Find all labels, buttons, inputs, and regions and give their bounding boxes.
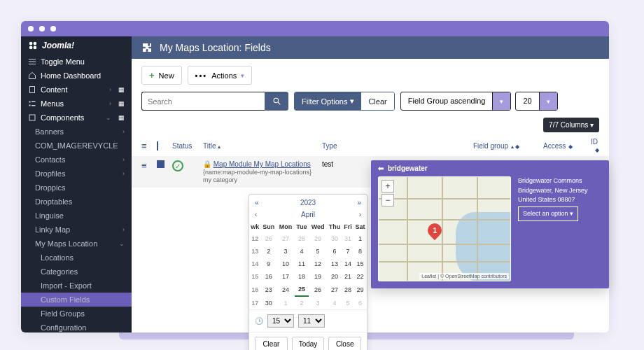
- pagesize-select[interactable]: 20 ▾: [515, 92, 557, 111]
- calendar-day[interactable]: 2: [295, 296, 309, 309]
- calendar-day[interactable]: 28: [342, 283, 354, 296]
- sidebar-item-import-export[interactable]: Import - Export: [21, 279, 132, 293]
- sidebar-item-components[interactable]: Components ⌄ ▦: [21, 111, 132, 125]
- filter-options-button[interactable]: Filter Options ▾: [295, 92, 361, 110]
- year-next[interactable]: »: [357, 199, 361, 206]
- cal-today-button[interactable]: Today: [292, 337, 325, 350]
- calendar-day[interactable]: 21: [342, 270, 354, 283]
- calendar-day[interactable]: 7: [342, 245, 354, 258]
- calendar-day[interactable]: 16: [260, 270, 276, 283]
- calendar-day[interactable]: 4: [295, 245, 309, 258]
- calendar-dow: Tue: [295, 221, 309, 232]
- calendar-day[interactable]: 3: [309, 296, 327, 309]
- actions-button[interactable]: ••• Actions ▾: [188, 66, 253, 85]
- search-input[interactable]: [141, 92, 265, 111]
- th-title[interactable]: Title▴: [203, 142, 315, 150]
- row-checkbox[interactable]: [157, 160, 165, 168]
- calendar-day[interactable]: 30: [260, 296, 276, 309]
- sidebar-item-home[interactable]: Home Dashboard: [21, 69, 132, 83]
- calendar-day[interactable]: 1: [276, 296, 294, 309]
- calendar-day[interactable]: 10: [276, 258, 294, 270]
- columns-button[interactable]: 7/7 Columns ▾: [543, 118, 599, 132]
- calendar-day[interactable]: 24: [276, 283, 294, 296]
- calendar-day[interactable]: 13: [327, 258, 342, 270]
- calendar-day[interactable]: 3: [276, 245, 294, 258]
- month-next[interactable]: ›: [359, 211, 361, 218]
- sidebar-item-dropfiles[interactable]: Dropfiles›: [21, 167, 132, 181]
- calendar-day[interactable]: 8: [354, 245, 367, 258]
- search-button[interactable]: [265, 92, 288, 111]
- sidebar-item-locations[interactable]: Locations: [21, 251, 132, 265]
- month-prev[interactable]: ‹: [255, 211, 257, 218]
- sidebar-item-contacts[interactable]: Contacts›: [21, 153, 132, 167]
- minute-select[interactable]: 11: [298, 314, 325, 328]
- th-status[interactable]: Status: [172, 142, 196, 150]
- calendar-day[interactable]: 20: [327, 270, 342, 283]
- sidebar-item-field-groups[interactable]: Field Groups: [21, 307, 132, 321]
- checkbox-header[interactable]: [157, 142, 165, 150]
- sidebar-item-droptables[interactable]: Droptables: [21, 195, 132, 209]
- calendar-day[interactable]: 12: [309, 258, 327, 270]
- th-access[interactable]: Access ◆: [543, 142, 578, 150]
- calendar-day[interactable]: 27: [327, 283, 342, 296]
- zoom-in-button[interactable]: +: [382, 180, 394, 192]
- svg-rect-11: [31, 105, 36, 106]
- calendar-day[interactable]: 9: [260, 258, 276, 270]
- row-handle[interactable]: ≡: [141, 160, 150, 171]
- calendar-day[interactable]: 31: [342, 232, 354, 245]
- calendar-day[interactable]: 1: [354, 232, 367, 245]
- sidebar-item-linkymap[interactable]: Linky Map›: [21, 223, 132, 237]
- sidebar-item-banners[interactable]: Banners›: [21, 125, 132, 139]
- back-arrow-icon[interactable]: ⬅: [378, 164, 384, 172]
- year-prev[interactable]: «: [255, 199, 259, 206]
- calendar-day[interactable]: 27: [276, 232, 294, 245]
- th-field-group[interactable]: Field group ▴◆: [473, 142, 536, 150]
- calendar-day[interactable]: 11: [295, 258, 309, 270]
- calendar-day[interactable]: 30: [327, 232, 342, 245]
- sidebar-item-linguise[interactable]: Linguise: [21, 209, 132, 223]
- calendar-day[interactable]: 14: [342, 258, 354, 270]
- th-id[interactable]: ID ◆: [585, 138, 599, 153]
- th-type[interactable]: Type: [322, 142, 378, 150]
- map-canvas[interactable]: + − 1 Leaflet | © OpenStreetMap contribu…: [378, 176, 511, 281]
- select-option-button[interactable]: Select an option ▾: [518, 206, 578, 222]
- calendar-day[interactable]: 22: [354, 270, 367, 283]
- calendar-day[interactable]: 5: [309, 245, 327, 258]
- calendar-day[interactable]: 19: [309, 270, 327, 283]
- sidebar-item-menus[interactable]: Menus › ▦: [21, 97, 132, 111]
- clear-button[interactable]: Clear: [361, 92, 393, 110]
- calendar-day[interactable]: 6: [354, 296, 367, 309]
- calendar-day[interactable]: 23: [260, 283, 276, 296]
- cal-close-button[interactable]: Close: [328, 337, 361, 350]
- calendar-day[interactable]: 2: [260, 245, 276, 258]
- calendar-day[interactable]: 26: [260, 232, 276, 245]
- row-status[interactable]: ✓: [172, 160, 196, 172]
- calendar-day[interactable]: 29: [354, 283, 367, 296]
- sidebar-item-content[interactable]: Content › ▦: [21, 83, 132, 97]
- calendar-day[interactable]: 4: [327, 296, 342, 309]
- sort-handle-header[interactable]: ≡: [141, 141, 150, 151]
- sidebar-item-categories[interactable]: Categories: [21, 265, 132, 279]
- calendar-day[interactable]: 17: [276, 270, 294, 283]
- calendar-day[interactable]: 25: [295, 283, 309, 296]
- sidebar-item-mymaps[interactable]: My Maps Location⌄: [21, 237, 132, 251]
- calendar-day[interactable]: 26: [309, 283, 327, 296]
- calendar-day[interactable]: 5: [342, 296, 354, 309]
- zoom-out-button[interactable]: −: [382, 194, 394, 206]
- new-button[interactable]: + New: [141, 66, 182, 85]
- calendar-day[interactable]: 29: [309, 232, 327, 245]
- calendar-day[interactable]: 6: [327, 245, 342, 258]
- sidebar-item-custom-fields[interactable]: Custom Fields: [21, 293, 132, 307]
- cal-clear-button[interactable]: Clear: [255, 337, 288, 350]
- sidebar-item-imagerecycle[interactable]: COM_IMAGEREVYCLE: [21, 139, 132, 153]
- calendar-day[interactable]: 28: [295, 232, 309, 245]
- sidebar-item-configuration[interactable]: Configuration: [21, 321, 132, 332]
- ordering-select[interactable]: Field Group ascending ▾: [400, 92, 512, 111]
- calendar-day[interactable]: 15: [354, 258, 367, 270]
- map-pin[interactable]: 1: [428, 223, 442, 241]
- hour-select[interactable]: 15: [267, 314, 294, 328]
- sidebar-item-droppics[interactable]: Droppics: [21, 181, 132, 195]
- row-title-link[interactable]: Map Module My Map Locations: [214, 160, 311, 168]
- toggle-menu[interactable]: Toggle Menu: [21, 55, 132, 69]
- calendar-day[interactable]: 18: [295, 270, 309, 283]
